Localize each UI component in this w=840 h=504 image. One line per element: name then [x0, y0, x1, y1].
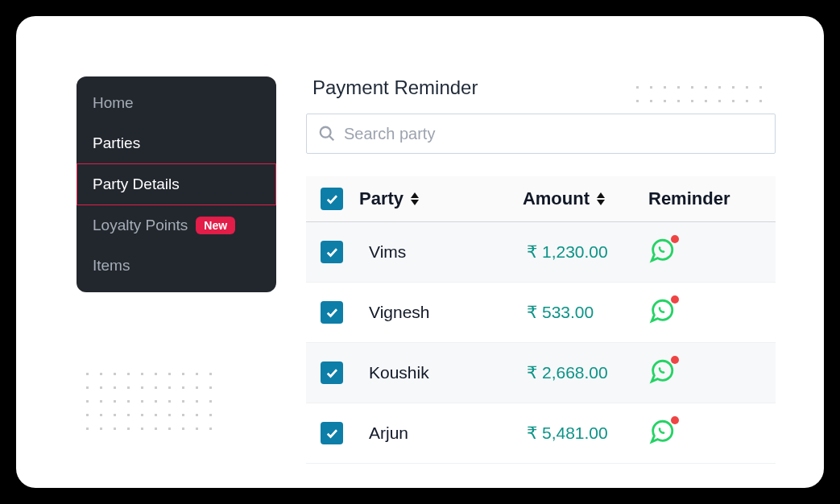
column-label: Party	[359, 188, 403, 209]
whatsapp-reminder-button[interactable]	[648, 237, 676, 267]
new-badge: New	[196, 217, 235, 234]
cell-amount: ₹ 533.00	[527, 303, 648, 322]
row-checkbox[interactable]	[321, 241, 343, 263]
column-header-party[interactable]: Party	[359, 188, 523, 209]
svg-marker-4	[597, 192, 605, 198]
main-content: Payment Reminder Party	[306, 76, 776, 464]
whatsapp-reminder-button[interactable]	[648, 297, 676, 328]
cell-amount: ₹ 1,230.00	[527, 242, 648, 262]
sidebar-item-label: Loyalty Points	[93, 217, 188, 234]
svg-marker-2	[411, 192, 419, 198]
cell-amount: ₹ 2,668.00	[527, 363, 648, 382]
cell-party: Koushik	[359, 363, 527, 382]
sidebar-item-label: Party Details	[93, 176, 180, 193]
notification-dot-icon	[671, 416, 679, 424]
select-all-checkbox[interactable]	[321, 188, 343, 210]
row-checkbox[interactable]	[321, 361, 343, 384]
svg-marker-5	[597, 200, 605, 205]
sort-icon	[410, 192, 420, 205]
table-row: Arjun ₹ 5,481.00	[306, 403, 776, 464]
svg-point-0	[321, 127, 331, 138]
table-row: Koushik ₹ 2,668.00	[306, 343, 776, 403]
search-container[interactable]	[306, 114, 776, 154]
row-checkbox[interactable]	[321, 422, 343, 444]
check-icon	[325, 305, 339, 320]
notification-dot-icon	[671, 356, 679, 364]
check-icon	[325, 245, 339, 259]
cell-amount: ₹ 5,481.00	[527, 423, 648, 443]
cell-party: Arjun	[359, 423, 527, 443]
sidebar-item-parties[interactable]: Parties	[77, 123, 276, 163]
whatsapp-reminder-button[interactable]	[648, 418, 676, 448]
decorative-dots-bottom	[81, 367, 217, 440]
table-header: Party Amount Reminder	[306, 176, 776, 222]
svg-line-1	[329, 136, 334, 141]
page-title: Payment Reminder	[312, 76, 776, 99]
table-row: Vignesh ₹ 533.00	[306, 283, 776, 343]
sidebar-item-label: Items	[93, 257, 130, 275]
column-label: Amount	[523, 188, 590, 209]
table-row: Vims ₹ 1,230.00	[306, 222, 776, 283]
whatsapp-reminder-button[interactable]	[648, 357, 676, 388]
check-icon	[325, 366, 339, 380]
notification-dot-icon	[671, 235, 679, 243]
column-header-amount[interactable]: Amount	[523, 188, 648, 209]
cell-party: Vignesh	[359, 303, 527, 322]
sidebar-item-home[interactable]: Home	[77, 83, 276, 123]
cell-party: Vims	[359, 242, 527, 262]
column-label: Reminder	[648, 188, 730, 209]
sidebar-item-items[interactable]: Items	[77, 246, 276, 286]
search-input[interactable]	[344, 125, 763, 143]
check-icon	[325, 426, 339, 440]
svg-marker-3	[411, 200, 419, 205]
sidebar-item-loyalty-points[interactable]: Loyalty Points New	[77, 205, 276, 246]
sort-icon	[596, 192, 606, 205]
sidebar-item-party-details[interactable]: Party Details	[77, 163, 276, 205]
column-header-reminder: Reminder	[648, 188, 761, 209]
notification-dot-icon	[671, 295, 679, 304]
sidebar-item-label: Home	[93, 94, 134, 112]
sidebar-item-label: Parties	[93, 134, 140, 152]
row-checkbox[interactable]	[321, 301, 343, 324]
search-icon	[318, 125, 336, 143]
app-card: Home Parties Party Details Loyalty Point…	[16, 16, 824, 488]
sidebar: Home Parties Party Details Loyalty Point…	[77, 76, 276, 292]
check-icon	[325, 192, 339, 206]
table-body: Vims ₹ 1,230.00 Vignesh ₹ 533.00	[306, 222, 776, 464]
payment-table: Party Amount Reminder	[306, 176, 776, 464]
